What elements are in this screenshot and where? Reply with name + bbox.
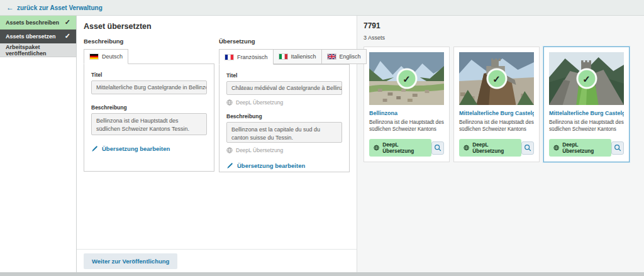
titel-label: Titel <box>91 72 207 78</box>
magnifier-icon <box>434 144 441 152</box>
tab-label: Italienisch <box>291 53 316 60</box>
check-icon: ✓ <box>65 32 70 40</box>
sidebar-item-assets-uebersetzen[interactable]: Assets übersetzen ✓ <box>0 30 76 43</box>
sidebar-item-label: Assets übersetzen <box>6 33 56 40</box>
form-columns: Beschreibung Deutsch Titel Mittelalterli… <box>84 38 357 172</box>
edit-translation-link-fr[interactable]: Übersetzung bearbeiten <box>226 162 342 169</box>
asset-card-title[interactable]: Mittelalterliche Burg Castelgrande in <box>549 110 624 116</box>
tab-label: Englisch <box>340 53 361 60</box>
flag-it-icon <box>279 53 288 60</box>
translated-check-icon: ✓ <box>486 69 507 89</box>
app-window: ← zurück zur Asset Verwaltung Assets bes… <box>0 0 644 276</box>
asset-card-footer: DeepL Übersetzung <box>459 139 534 157</box>
asset-card-title[interactable]: Bellinzona <box>369 110 444 116</box>
main-panel: Asset übersetzten Beschreibung Deutsch T… <box>77 16 357 272</box>
deepl-badge-label: DeepL Übersetzung <box>382 141 427 154</box>
deepl-note-label: DeepL Übersetzung <box>236 147 283 153</box>
bottom-strip <box>0 272 644 276</box>
sidebar-item-label: Arbeitspaket veröffentlichen <box>6 44 70 57</box>
asset-card-footer: DeepL Übersetzung <box>549 139 624 157</box>
asset-image-castle-walls: ✓ <box>549 52 624 105</box>
globe-icon <box>464 145 469 151</box>
translated-check-icon: ✓ <box>396 69 417 89</box>
asset-image-castle-rock: ✓ <box>459 52 534 105</box>
deepl-badge: DeepL Übersetzung <box>459 139 521 157</box>
asset-card-description: Bellinzona ist die Hauptstadt des südlic… <box>459 119 534 133</box>
flag-fr-icon <box>225 54 234 60</box>
translation-tabs: Französisch Italienisch Englisch <box>219 49 350 64</box>
assets-panel: 7791 3 Assets <box>357 16 644 272</box>
tab-label: Französisch <box>237 54 268 60</box>
asset-cards: ✓ Bellinzona Bellinzona ist die Hauptsta… <box>364 47 638 162</box>
preview-button[interactable] <box>521 141 534 155</box>
sidebar-item-label: Assets beschreiben <box>6 19 59 26</box>
tab-franzoesisch[interactable]: Französisch <box>219 49 274 65</box>
flag-en-icon <box>327 53 336 60</box>
magnifier-icon <box>614 144 621 152</box>
next-to-publish-button[interactable]: Weiter zur Veröffentlichung <box>84 253 177 269</box>
edit-translation-label: Übersetzung bearbeiten <box>237 162 305 169</box>
edit-translation-label: Übersetzung bearbeiten <box>102 145 170 152</box>
flag-de-icon <box>89 53 99 60</box>
pencil-icon <box>226 162 233 169</box>
beschreibung-label: Beschreibung <box>91 104 207 111</box>
titel-field-de[interactable]: Mittelalterliche Burg Castelgrande in Be… <box>91 80 207 94</box>
translation-section-label: Übersetzung <box>219 38 350 45</box>
asset-card-bellinzona[interactable]: ✓ Bellinzona Bellinzona ist die Hauptsta… <box>364 47 450 162</box>
magnifier-icon <box>524 144 531 152</box>
description-section: Beschreibung Deutsch Titel Mittelalterli… <box>84 38 214 172</box>
deepl-note-label: DeepL Übersetzung <box>236 99 283 106</box>
description-tabs: Deutsch <box>84 49 214 63</box>
deepl-badge-label: DeepL Übersetzung <box>562 141 607 154</box>
tab-label: Deutsch <box>102 53 123 60</box>
edit-translation-link-de[interactable]: Übersetzung bearbeiten <box>91 145 207 152</box>
description-panel: Titel Mittelalterliche Burg Castelgrande… <box>84 63 214 172</box>
deepl-note-titel: DeepL Übersetzung <box>226 99 342 106</box>
asset-card-castelgrande-rock[interactable]: ✓ Mittelalterliche Burg Castelgrande in … <box>453 47 540 162</box>
arrow-left-icon: ← <box>6 4 14 11</box>
preview-button[interactable] <box>611 141 624 155</box>
deepl-badge: DeepL Übersetzung <box>549 139 611 157</box>
back-link-label: zurück zur Asset Verwaltung <box>17 4 103 11</box>
globe-icon <box>553 145 559 151</box>
assets-count: 3 Assets <box>364 35 638 41</box>
page-title: Asset übersetzten <box>84 22 357 31</box>
content-row: Assets beschreiben ✓ Assets übersetzen ✓… <box>0 16 644 272</box>
sidebar-item-assets-beschreiben[interactable]: Assets beschreiben ✓ <box>0 16 76 30</box>
globe-icon <box>374 145 379 151</box>
tab-englisch[interactable]: Englisch <box>321 49 367 64</box>
deepl-badge-label: DeepL Übersetzung <box>472 141 517 154</box>
beschreibung-field-fr[interactable]: Bellinzona est la capitale du sud du can… <box>226 122 342 143</box>
asset-card-title[interactable]: Mittelalterliche Burg Castelgrande in <box>459 110 534 116</box>
titel-field-fr[interactable]: Château médiéval de Castelgrande à Belli… <box>226 81 342 95</box>
asset-card-description: Bellinzona ist die Hauptstadt des südlic… <box>549 119 624 133</box>
asset-card-footer: DeepL Übersetzung <box>369 139 444 157</box>
pencil-icon <box>91 145 98 152</box>
tab-deutsch[interactable]: Deutsch <box>84 49 128 64</box>
translated-check-icon: ✓ <box>576 69 597 89</box>
preview-button[interactable] <box>431 141 444 155</box>
globe-icon <box>226 99 233 106</box>
asset-card-description: Bellinzona ist die Hauptstadt des südlic… <box>369 119 444 133</box>
tab-italienisch[interactable]: Italienisch <box>273 49 322 64</box>
sidebar-item-arbeitspaket-veroeffentlichen[interactable]: Arbeitspaket veröffentlichen <box>0 43 76 57</box>
asset-card-castelgrande-walls[interactable]: ✓ Mittelalterliche Burg Castelgrande in … <box>543 47 630 162</box>
translation-section: Übersetzung Französisch Italienisch E <box>219 38 350 172</box>
beschreibung-label: Beschreibung <box>226 113 342 119</box>
globe-icon <box>226 147 233 153</box>
beschreibung-field-de[interactable]: Bellinzona ist die Hauptstadt des südlic… <box>91 113 207 135</box>
deepl-badge: DeepL Übersetzung <box>369 139 431 157</box>
top-bar: ← zurück zur Asset Verwaltung <box>0 0 644 16</box>
workpackage-id: 7791 <box>364 21 638 30</box>
check-icon: ✓ <box>65 18 70 26</box>
description-section-label: Beschreibung <box>84 38 214 45</box>
back-link[interactable]: ← zurück zur Asset Verwaltung <box>6 4 103 11</box>
main-footer: Weiter zur Veröffentlichung <box>77 249 357 272</box>
sidebar-steps: Assets beschreiben ✓ Assets übersetzen ✓… <box>0 16 77 272</box>
deepl-note-beschreibung: DeepL Übersetzung <box>226 147 342 153</box>
titel-label: Titel <box>226 72 342 79</box>
translation-panel: Titel Château médiéval de Castelgrande à… <box>219 64 350 172</box>
asset-image-valley: ✓ <box>369 52 444 105</box>
